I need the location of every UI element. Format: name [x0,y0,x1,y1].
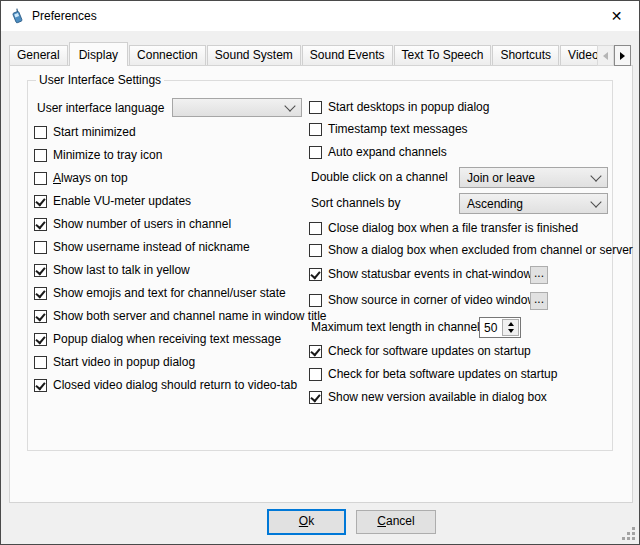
checkbox-box[interactable] [34,356,47,369]
checkbox-box[interactable] [34,310,47,323]
checkbox-box[interactable] [34,287,47,300]
statusbar-events-more-button[interactable]: ... [530,266,548,284]
checkbox-start-desktops-popup[interactable]: Start desktops in popup dialog [309,99,489,115]
checkbox-label: Show a dialog box when excluded from cha… [328,243,633,257]
checkbox-label: Show last to talk in yellow [53,263,190,277]
resize-grip-icon[interactable] [622,527,635,540]
checkbox-label: Show statusbar events in chat-window [328,267,532,281]
checkbox-timestamp-messages[interactable]: Timestamp text messages [309,121,468,137]
checkbox-label: Start desktops in popup dialog [328,100,489,114]
double-click-combobox[interactable]: Join or leave [459,167,608,188]
group-title: User Interface Settings [36,73,164,87]
checkbox-box[interactable] [34,126,47,139]
checkbox-excluded-dialog[interactable]: Show a dialog box when excluded from cha… [309,242,633,258]
checkbox-label: Minimize to tray icon [53,148,162,162]
checkbox-last-to-talk[interactable]: Show last to talk in yellow [34,262,190,278]
checkbox-show-user-count[interactable]: Show number of users in channel [34,216,231,232]
checkbox-box[interactable] [309,294,322,307]
checkbox-popup-text-message[interactable]: Popup dialog when receiving text message [34,331,281,347]
checkbox-box[interactable] [309,391,322,404]
checkbox-label: Timestamp text messages [328,122,468,136]
language-combobox[interactable] [172,98,302,117]
checkbox-server-channel-title[interactable]: Show both server and channel name in win… [34,308,327,324]
checkbox-label: Show new version available in dialog box [328,390,547,404]
max-text-length-spinner[interactable]: 50 [479,317,521,338]
chevron-down-icon [590,196,601,207]
checkbox-box[interactable] [34,218,47,231]
checkbox-always-on-top[interactable]: Always on top [34,170,128,186]
double-click-value: Join or leave [467,171,535,185]
checkbox-box[interactable] [34,333,47,346]
checkbox-show-username[interactable]: Show username instead of nickname [34,239,250,255]
checkbox-box[interactable] [309,368,322,381]
checkbox-label: Show emojis and text for channel/user st… [53,286,286,300]
cancel-button[interactable]: Cancel [356,510,436,534]
video-source-more-button[interactable]: ... [530,292,548,310]
language-label: User interface language [37,101,164,115]
checkbox-new-version-dialog[interactable]: Show new version available in dialog box [309,389,547,405]
checkbox-label: Show number of users in channel [53,217,231,231]
spin-up-icon [508,322,514,326]
tab-scroll-buttons [597,45,631,66]
tab-scroll-right-button[interactable] [614,45,631,66]
ok-button[interactable]: Ok [267,509,346,535]
tab-connection[interactable]: Connection [129,45,206,66]
checkbox-close-on-file-transfer[interactable]: Close dialog box when a file transfer is… [309,220,578,236]
checkbox-label: Start minimized [53,125,136,139]
checkbox-box[interactable] [309,222,322,235]
checkbox-start-minimized[interactable]: Start minimized [34,124,136,140]
tab-shortcuts[interactable]: Shortcuts [492,45,559,66]
checkbox-closed-video-return[interactable]: Closed video dialog should return to vid… [34,377,297,393]
checkbox-label: Check for software updates on startup [328,344,531,358]
checkbox-label: Show username instead of nickname [53,240,250,254]
window-title: Preferences [32,9,97,23]
checkbox-box[interactable] [309,146,322,159]
checkbox-check-updates[interactable]: Check for software updates on startup [309,343,531,359]
sort-channels-value: Ascending [467,197,523,211]
spin-up-button[interactable] [503,320,518,328]
max-text-length-label-row: Maximum text length in channel list [311,319,498,335]
checkbox-label: Show both server and channel name in win… [53,309,327,323]
checkbox-minimize-to-tray[interactable]: Minimize to tray icon [34,147,162,163]
checkbox-auto-expand-channels[interactable]: Auto expand channels [309,144,447,160]
sort-channels-combobox[interactable]: Ascending [459,193,608,214]
checkbox-box[interactable] [34,172,47,185]
checkbox-box[interactable] [34,195,47,208]
checkbox-label: Enable VU-meter updates [53,194,191,208]
checkbox-statusbar-events[interactable]: Show statusbar events in chat-window [309,266,532,282]
tab-sound-system[interactable]: Sound System [207,45,301,66]
checkbox-box[interactable] [309,345,322,358]
double-click-label-row: Double click on a channel [311,169,448,185]
tab-bar: General Display Connection Sound System … [9,41,633,66]
checkbox-video-source-corner[interactable]: Show source in corner of video window [309,292,536,308]
checkbox-label: Show source in corner of video window [328,293,536,307]
double-click-label: Double click on a channel [311,170,448,184]
tab-scroll-left-button[interactable] [597,45,614,66]
checkbox-show-emojis[interactable]: Show emojis and text for channel/user st… [34,285,286,301]
language-label-row: User interface language [37,100,164,116]
checkbox-box[interactable] [309,268,322,281]
title-bar: Preferences ✕ [1,1,639,31]
checkbox-box[interactable] [309,244,322,257]
checkbox-box[interactable] [309,123,322,136]
checkbox-box[interactable] [34,379,47,392]
tab-general[interactable]: General [9,45,68,66]
sort-channels-label: Sort channels by [311,196,400,210]
close-icon[interactable]: ✕ [594,1,639,31]
chevron-down-icon [590,170,601,181]
checkbox-label: Check for beta software updates on start… [328,367,557,381]
scroll-right-icon [620,52,625,60]
spin-down-icon [508,329,514,333]
checkbox-box[interactable] [34,149,47,162]
checkbox-box[interactable] [34,241,47,254]
tab-text-to-speech[interactable]: Text To Speech [394,45,492,66]
checkbox-enable-vu-meter[interactable]: Enable VU-meter updates [34,193,191,209]
checkbox-check-beta-updates[interactable]: Check for beta software updates on start… [309,366,557,382]
tab-display[interactable]: Display [69,42,128,66]
checkbox-video-popup[interactable]: Start video in popup dialog [34,354,195,370]
checkbox-box[interactable] [34,264,47,277]
checkbox-label: Close dialog box when a file transfer is… [328,221,578,235]
checkbox-box[interactable] [309,101,322,114]
tab-sound-events[interactable]: Sound Events [302,45,393,66]
spin-down-button[interactable] [503,328,518,336]
